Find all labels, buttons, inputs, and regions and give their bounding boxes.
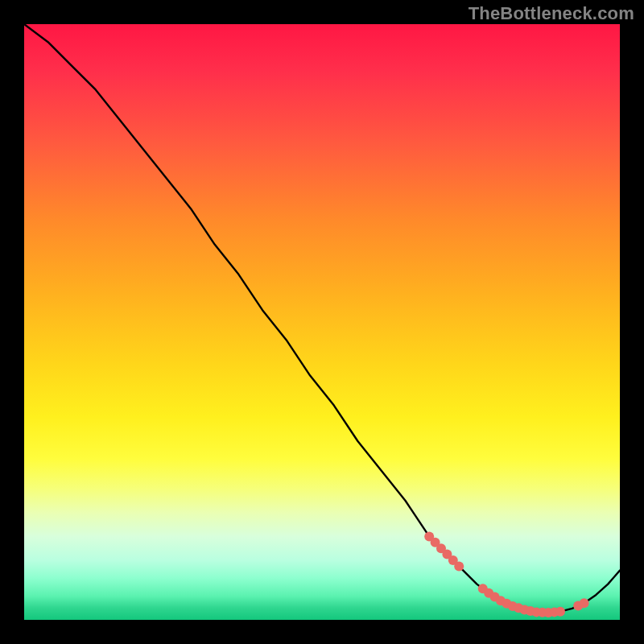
chart-frame: TheBottleneck.com	[0, 0, 644, 644]
highlight-dots	[424, 531, 588, 617]
watermark-text: TheBottleneck.com	[469, 3, 634, 24]
curve-layer	[24, 24, 620, 620]
bottleneck-curve	[24, 24, 620, 613]
highlight-dot	[454, 561, 464, 571]
highlight-dot	[555, 607, 565, 617]
highlight-dot	[580, 598, 589, 608]
plot-area	[24, 24, 620, 620]
